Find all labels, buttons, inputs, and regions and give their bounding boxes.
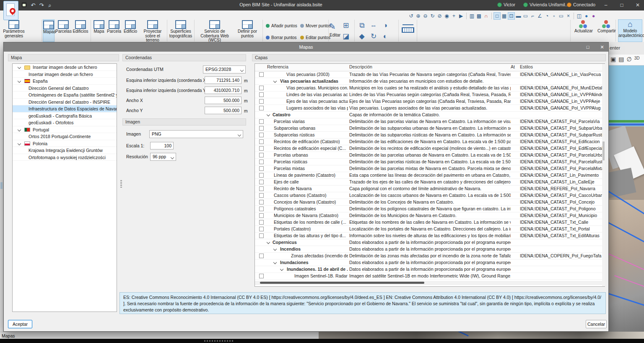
zoom-extents-icon[interactable]: ⊕	[415, 12, 422, 20]
erase-icon[interactable]: ◆	[356, 31, 367, 42]
tree-item[interactable]: Ortofotomapa o wysokiej rozdzielczości	[13, 154, 117, 161]
ribbon-button-borrar-puntos[interactable]: Borrar puntos	[266, 35, 297, 42]
select-resoluci-n[interactable]: 96 ppp	[150, 153, 176, 161]
layer-checkbox[interactable]	[259, 160, 264, 164]
layer-checkbox[interactable]	[259, 72, 264, 77]
dialog-maximize-button[interactable]: □	[582, 42, 594, 52]
tree-item[interactable]: Ortos 2018 Portugal-Continente	[13, 133, 117, 140]
redo-icon[interactable]: ↷	[38, 2, 45, 9]
viewport-icon-1[interactable]: ▤	[618, 56, 624, 64]
bimserver-tab[interactable]: enter	[610, 45, 620, 50]
zoom-out-icon[interactable]: ⊖	[422, 12, 429, 20]
layer-checkbox[interactable]	[259, 119, 264, 124]
column-at[interactable]: At	[511, 64, 517, 71]
tree-item[interactable]: geoEuskadi - Ortofotos	[13, 119, 117, 126]
select-coordenadas-utm[interactable]: EPSG:23028	[203, 65, 246, 73]
layer-checkbox[interactable]	[259, 233, 264, 238]
tree-item[interactable]: Polonia	[13, 140, 117, 147]
table-row[interactable]: Zonas afectadas (incendio de T...Delimit…	[255, 253, 605, 259]
layers-table[interactable]: Referencia Descripción At Estilos Vías p…	[254, 63, 605, 287]
table-row[interactable]: CatastroCapas de información de la temát…	[255, 112, 605, 118]
tree-item[interactable]: Dirección General del Catastro	[13, 85, 117, 92]
chevron-down-icon[interactable]	[18, 128, 21, 131]
layer-checkbox[interactable]	[259, 254, 264, 258]
table-row[interactable]: Lindes de las vías pecuarias act...Linde…	[255, 92, 605, 98]
project-indicator[interactable]: Vivienda Unifamil...	[523, 2, 569, 7]
viewport-icon-3[interactable]: 3D	[634, 56, 640, 64]
keyboard-icon[interactable]: ▬	[515, 12, 522, 20]
table-row[interactable]: Vías pecuarias. Municipios con...Municip…	[255, 85, 605, 92]
theme-icon[interactable]: ●	[590, 12, 597, 20]
ribbon-button-superficies-topogr-ficas[interactable]: Superficies topográficas	[169, 19, 193, 42]
vertical-scrollbar[interactable]	[602, 64, 605, 286]
connection-indicator[interactable]: Conectado	[567, 2, 595, 7]
ribbon-button-servicio-de-cobertura-web-wcs-[interactable]: Servicio de Cobertura Web (WCS)	[195, 19, 234, 42]
ribbon-button-añadir-puntos[interactable]: Añadir puntos	[266, 23, 297, 30]
layer-checkbox[interactable]	[259, 220, 264, 225]
ribbon-button-editar-puntos[interactable]: Editar puntos	[300, 35, 330, 42]
table-row[interactable]: Subparcelas urbanasDelimitación de las s…	[255, 125, 605, 132]
layer-checkbox[interactable]	[259, 99, 264, 104]
ribbon-button-actualizar[interactable]: Actualizar	[572, 19, 595, 42]
viewport-icon-0[interactable]: ▣	[610, 56, 616, 64]
ribbon-button-mapa[interactable]: Mapa	[92, 19, 106, 42]
move-icon[interactable]: ⇔	[368, 21, 379, 31]
layer-checkbox[interactable]	[259, 92, 264, 97]
copy-icon[interactable]: ⧉	[356, 21, 367, 31]
table-row[interactable]: Parcelas rústicasDelimitación de las par…	[255, 159, 605, 165]
horizontal-scrollbar[interactable]	[255, 281, 602, 285]
edit-pencil-icon[interactable]: ✎	[329, 21, 340, 32]
column-estilos[interactable]: Estilos	[517, 64, 605, 71]
table-row[interactable]: Recintos de edificación (Catastro)Delimi…	[255, 139, 605, 145]
cancel-button[interactable]: Cancelar	[586, 320, 607, 328]
window-layout-icon[interactable]: ◫	[576, 12, 583, 20]
table-row[interactable]: Recintos de edificación especial (C...De…	[255, 145, 605, 152]
table-row[interactable]: Subparcelas rústicasDelimitación de las …	[255, 132, 605, 139]
table-row[interactable]: Recinto de NavarraCapa poligonal con el …	[255, 186, 605, 192]
table-row[interactable]: Polígonos catastralesDelimitación de los…	[255, 206, 605, 212]
table-row[interactable]: Etiquetas de las alturas y del tipo d...…	[255, 233, 605, 239]
selection-box-icon[interactable]: ▫	[551, 12, 558, 20]
table-row[interactable]: Inundaciones. 11 de abril de ...Datos el…	[255, 266, 605, 273]
map-tree[interactable]: Insertar imagen desde un ficheroInsertar…	[12, 63, 117, 312]
undo-icon[interactable]: ↶	[29, 2, 37, 9]
frame-icon[interactable]: □	[493, 12, 501, 20]
layer-checkbox[interactable]	[259, 227, 264, 231]
panel-splitter[interactable]	[120, 180, 122, 188]
search-icon[interactable]: ⌕	[46, 2, 54, 9]
table-row[interactable]: Vías pecuarias actualizadasInformación d…	[255, 78, 605, 85]
table-row[interactable]: Municipios de Navarra (Catastro)Delimita…	[255, 212, 605, 219]
close-button[interactable]: ✕	[631, 0, 644, 10]
layer-checkbox[interactable]	[259, 200, 264, 204]
layer-checkbox[interactable]	[259, 173, 264, 178]
input-esquina-inferior-izquierda-coordenada-y-[interactable]: 4310020.710	[205, 86, 242, 94]
layer-checkbox[interactable]	[259, 153, 264, 157]
ribbon-button-mapas[interactable]: Mapas	[43, 19, 55, 42]
orbit-icon[interactable]: ↺	[408, 12, 415, 20]
table-row[interactable]: Cascos urbanos (Catastro)Localización de…	[255, 192, 605, 199]
comment-icon[interactable]: ▭	[558, 12, 565, 20]
ribbon-button-proyectar-sobre-el-terreno[interactable]: Proyectar sobre el terreno	[139, 19, 166, 42]
input-ancho-y[interactable]: 500.000	[205, 107, 242, 114]
chevron-down-icon[interactable]	[18, 141, 21, 145]
tree-item[interactable]: Krajowa Integracja Ewidencji Gruntów	[13, 147, 117, 154]
table-row[interactable]: Ejes de calleTrazado de los ejes de las …	[255, 179, 605, 186]
ribbon-button-parcela[interactable]: Parcela	[106, 19, 122, 42]
rotate-icon[interactable]: ↻	[368, 31, 379, 42]
viewport-3d[interactable]	[609, 65, 644, 339]
center-view-icon[interactable]: +	[450, 12, 457, 20]
tree-item[interactable]: Insertar imagen desde un fichero	[13, 64, 117, 71]
edit-button[interactable]: Editar	[330, 32, 340, 39]
ribbon-button-compartir[interactable]: Compartir	[596, 19, 617, 42]
input-escala-1-[interactable]: 100	[150, 142, 174, 149]
eraser-icon[interactable]: ◪	[340, 31, 351, 42]
ribbon-button-par-metros-generales[interactable]: Parámetros generales	[2, 19, 26, 42]
table-row[interactable]: Etiquetas de los nombres de calle (...Et…	[255, 219, 605, 226]
chevron-down-icon[interactable]	[18, 65, 21, 69]
table-row[interactable]: IncendiosDatos elaborados a partir de la…	[255, 246, 605, 253]
move-node-icon[interactable]: ⊞	[340, 21, 351, 31]
app-logo-icon[interactable]	[3, 1, 18, 20]
label-icon[interactable]: ▭	[522, 12, 529, 20]
tree-item[interactable]: Insertar imagen desde un fichero	[13, 71, 117, 78]
measure-icon[interactable]	[402, 27, 414, 33]
